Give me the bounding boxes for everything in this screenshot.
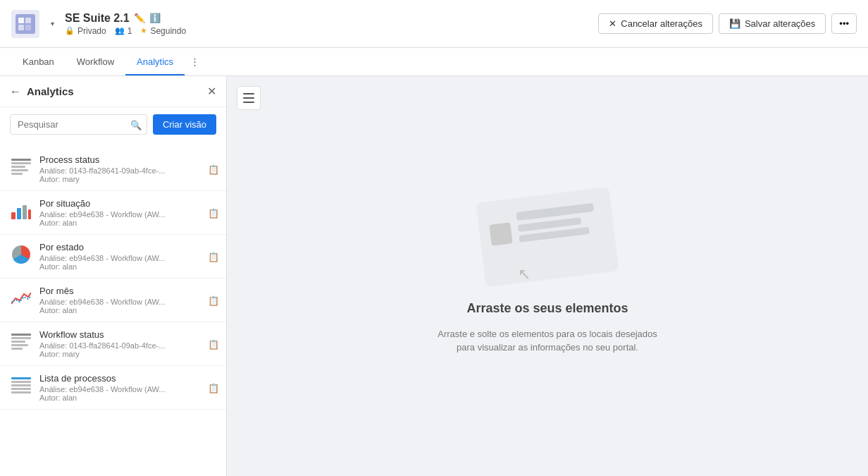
tab-analytics[interactable]: Analytics <box>125 49 185 75</box>
search-input[interactable] <box>10 114 147 135</box>
members-count: 1 <box>128 26 132 36</box>
item-icon-por-mes <box>10 287 32 310</box>
sidebar-header: ← Analytics ✕ <box>0 76 226 107</box>
item-content-lista-processos: Lista de processos Análise: eb94e638 - W… <box>39 373 216 402</box>
app-title-area: SE Suite 2.1 ✏️ ℹ️ 🔒 Privado 👥 1 ★ Segui… <box>65 12 186 36</box>
privacy-label: Privado <box>78 26 106 36</box>
list-item[interactable]: Workflow status Análise: 0143-ffa28641-0… <box>0 322 226 366</box>
analytics-sidebar: ← Analytics ✕ 🔍 Criar visão <box>0 76 227 476</box>
sidebar-title-text: Analytics <box>27 85 74 97</box>
list-item[interactable]: Por estado Análise: eb94e638 - Workflow … <box>0 235 226 279</box>
item-content-por-situacao: Por situação Análise: eb94e638 - Workflo… <box>39 198 216 227</box>
pin-icon: 📋 <box>208 164 219 174</box>
header-left: ▾ SE Suite 2.1 ✏️ ℹ️ 🔒 Privado 👥 1 ★ Seg… <box>11 10 186 38</box>
item-title: Por estado <box>39 242 216 252</box>
app-icon <box>11 10 39 38</box>
pin-icon: 📋 <box>208 295 219 305</box>
main-layout: ← Analytics ✕ 🔍 Criar visão <box>0 76 868 476</box>
back-arrow-icon[interactable]: ← <box>10 85 21 98</box>
item-content-process-status: Process status Análise: 0143-ffa28641-09… <box>39 154 216 183</box>
app-dropdown-chevron[interactable]: ▾ <box>46 18 58 30</box>
item-analysis: Análise: 0143-ffa28641-09ab-4fce-... <box>39 166 216 175</box>
cancel-icon: ✕ <box>609 18 616 29</box>
following-label: Seguindo <box>150 26 186 36</box>
empty-state-title: Arraste os seus elementos <box>466 301 628 316</box>
svg-rect-22 <box>11 391 31 393</box>
info-icon[interactable]: ℹ️ <box>149 13 161 23</box>
list-item[interactable]: Process status Análise: 0143-ffa28641-09… <box>0 147 226 191</box>
svg-rect-18 <box>11 377 31 379</box>
item-title: Workflow status <box>39 329 216 340</box>
item-analysis: Análise: eb94e638 - Workflow (AW... <box>39 298 216 306</box>
empty-state-description: Arraste e solte os elementos para os loc… <box>435 327 660 355</box>
pin-icon: 📋 <box>208 251 219 262</box>
svg-rect-12 <box>28 209 31 219</box>
sidebar-search-row: 🔍 Criar visão <box>0 107 226 142</box>
save-button[interactable]: 💾 Salvar alterações <box>719 13 826 34</box>
svg-rect-0 <box>18 18 24 23</box>
edit-icon[interactable]: ✏️ <box>134 13 145 23</box>
hamburger-icon <box>243 93 254 103</box>
item-content-por-estado: Por estado Análise: eb94e638 - Workflow … <box>39 242 216 271</box>
empty-state: ↖ Arraste os seus elementos Arraste e so… <box>435 184 660 355</box>
item-title: Por mês <box>39 286 216 296</box>
tab-workflow[interactable]: Workflow <box>66 49 125 75</box>
item-title: Process status <box>39 154 216 165</box>
pin-icon: 📋 <box>208 338 219 349</box>
item-title: Por situação <box>39 198 216 209</box>
header-right: ✕ Cancelar alterações 💾 Salvar alteraçõe… <box>598 13 857 34</box>
svg-rect-17 <box>11 348 23 350</box>
item-icon-por-estado <box>10 243 32 266</box>
item-content-workflow-status: Workflow status Análise: 0143-ffa28641-0… <box>39 329 216 358</box>
sidebar-close-button[interactable]: ✕ <box>207 85 216 98</box>
svg-rect-9 <box>11 212 16 219</box>
svg-rect-5 <box>11 162 31 164</box>
svg-rect-19 <box>11 381 31 383</box>
list-item[interactable]: Lista de processos Análise: eb94e638 - W… <box>0 366 226 410</box>
content-area: ↖ Arraste os seus elementos Arraste e so… <box>227 76 868 476</box>
hamburger-menu-button[interactable] <box>237 86 261 110</box>
privacy-meta: 🔒 Privado <box>65 26 106 36</box>
item-author: Autor: mary <box>39 175 216 183</box>
app-icon-inner <box>16 14 35 34</box>
svg-rect-1 <box>25 18 31 23</box>
pin-icon: 📋 <box>208 382 219 393</box>
svg-rect-21 <box>11 388 31 390</box>
following-meta: ★ Seguindo <box>140 26 186 36</box>
svg-rect-20 <box>11 384 31 386</box>
star-icon: ★ <box>140 26 147 35</box>
cancel-button[interactable]: ✕ Cancelar alterações <box>598 13 713 34</box>
item-author: Autor: alan <box>39 219 216 227</box>
item-author: Autor: alan <box>39 393 216 402</box>
search-icon: 🔍 <box>130 119 142 130</box>
sidebar-title-area: ← Analytics <box>10 85 74 98</box>
app-title-row: SE Suite 2.1 ✏️ ℹ️ <box>65 12 186 25</box>
tabs-more-button[interactable]: ⋮ <box>185 51 205 73</box>
svg-rect-14 <box>11 337 31 339</box>
svg-rect-27 <box>489 222 512 245</box>
more-options-button[interactable]: ••• <box>831 13 857 34</box>
pin-icon: 📋 <box>208 207 219 218</box>
svg-rect-15 <box>11 341 25 343</box>
app-title: SE Suite 2.1 <box>65 12 130 25</box>
svg-text:↖: ↖ <box>518 265 531 283</box>
app-header: ▾ SE Suite 2.1 ✏️ ℹ️ 🔒 Privado 👥 1 ★ Seg… <box>0 0 868 48</box>
item-analysis: Análise: eb94e638 - Workflow (AW... <box>39 254 216 262</box>
item-content-por-mes: Por mês Análise: eb94e638 - Workflow (AW… <box>39 286 216 315</box>
app-meta: 🔒 Privado 👥 1 ★ Seguindo <box>65 26 186 36</box>
search-wrap: 🔍 <box>10 114 147 135</box>
list-item[interactable]: Por situação Análise: eb94e638 - Workflo… <box>0 191 226 235</box>
svg-rect-2 <box>18 25 24 30</box>
members-meta: 👥 1 <box>115 26 132 36</box>
users-icon: 👥 <box>115 26 125 35</box>
tabs-bar: Kanban Workflow Analytics ⋮ <box>0 48 868 76</box>
sidebar-items-list: Process status Análise: 0143-ffa28641-09… <box>0 142 226 476</box>
tab-kanban[interactable]: Kanban <box>11 49 66 75</box>
item-icon-process-status <box>10 156 32 178</box>
save-icon: 💾 <box>729 18 740 29</box>
create-view-button[interactable]: Criar visão <box>153 114 216 135</box>
item-title: Lista de processos <box>39 373 216 384</box>
list-item[interactable]: Por mês Análise: eb94e638 - Workflow (AW… <box>0 279 226 322</box>
svg-rect-11 <box>23 205 27 219</box>
empty-illustration: ↖ <box>470 184 625 290</box>
